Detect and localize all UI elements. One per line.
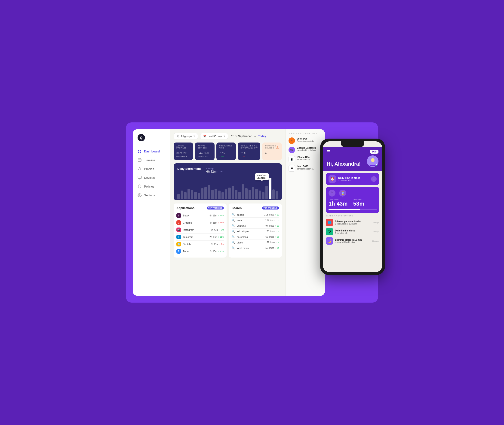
search-term: local news: [237, 247, 249, 249]
app-icon: 💎: [177, 242, 181, 246]
avatar: GC: [288, 147, 295, 153]
sidebar-item-profiles[interactable]: Profiles: [133, 165, 170, 173]
app-time: 3h 55m: [210, 221, 217, 224]
svg-rect-0: [138, 150, 139, 151]
search-header: Search Top Trending: [232, 206, 279, 210]
stat-label: Active Profiles: [177, 145, 190, 149]
search-count: 69 times: [266, 236, 274, 238]
phone-screen: SOS Hi, Alexandra!: [323, 141, 382, 272]
search-icon: 🔍: [232, 219, 235, 222]
applications-title: Applications: [177, 206, 194, 210]
sos-button[interactable]: SOS: [370, 150, 378, 154]
sidebar-item-devices[interactable]: Devices: [133, 173, 170, 182]
applications-header: Applications Top Trending: [177, 206, 224, 210]
notification-time: 5m ago: [373, 221, 379, 224]
logo-icon: Q: [137, 134, 145, 141]
alerts-title: Alerts & Notifications: [288, 133, 322, 135]
list-item: C Chrome 3h 55m ↓ 14m: [177, 219, 224, 226]
date-from: 7th of September: [230, 135, 252, 138]
daily-screentime-chart: Daily Screentime Average 4h 52m ↑ 23m: [174, 163, 282, 200]
daily-limit-notification: ⏰ Daily limit is close 5 minutes left +: [326, 173, 379, 185]
sidebar-item-dashboard[interactable]: Dashboard: [133, 147, 170, 156]
daily-limit-title: Daily limit is close: [338, 176, 360, 179]
phone-greeting: Hi, Alexandra!: [327, 161, 361, 167]
chart-bar: [242, 184, 244, 199]
alert-text: Searched for "babes": [297, 149, 316, 152]
app-change: ↑ 18m: [218, 250, 224, 252]
warning-icon: ⚠: [276, 146, 279, 149]
earlier-notifications-list: 🌐 Internet pause activated Deactivates a…: [326, 219, 379, 245]
bottom-panels: Applications Top Trending S Slack 4h 15m…: [174, 204, 282, 258]
time-spent-label: Time Spent: [328, 199, 348, 200]
main-content: All groups ▾ 📅 Last 30 days ▾ 7th of Sep…: [170, 129, 286, 296]
arrow-icon: →: [253, 135, 256, 138]
search-count: 97 times: [266, 225, 274, 227]
app-time: 2h 15m: [210, 236, 217, 238]
alerts-panel: Alerts & Notifications JD John Doe Suspi…: [286, 129, 325, 296]
period-selector[interactable]: 📅 Last 30 days ▾: [200, 133, 228, 139]
list-item: 🔍 barcelona 69 times ↑ 12: [232, 234, 279, 240]
user-icon: [137, 167, 142, 171]
app-time: 2h 11m: [211, 243, 218, 246]
search-term: google: [237, 213, 244, 216]
top-bar: All groups ▾ 📅 Last 30 days ▾ 7th of Sep…: [174, 133, 282, 139]
time-left-label: Time Left: [353, 199, 364, 200]
app-icon: Z: [177, 249, 181, 254]
search-icon: 🔍: [232, 246, 235, 249]
app-change: ↑ 23m: [218, 214, 224, 217]
chart-bar: [238, 192, 241, 199]
svg-point-15: [371, 158, 375, 162]
menu-icon[interactable]: [327, 150, 330, 153]
chart-bar: [208, 185, 210, 199]
date-nav: 7th of September → Today: [230, 135, 266, 138]
list-item: 💎 Sketch 2h 11m ↓ 7m: [177, 241, 224, 248]
notification-time: 7m ago: [373, 231, 379, 233]
online-indicator: [376, 164, 378, 166]
alert-name: John Doe: [297, 137, 314, 140]
alert-item: 📱 iPhone H64 Needs update: [288, 156, 322, 162]
search-icon: 🔍: [232, 241, 235, 244]
search-change: ↑ 8: [276, 230, 279, 232]
list-item: S Slack 4h 15m ↑ 23m: [177, 212, 224, 219]
stat-label: Productive Time: [219, 145, 233, 149]
app-change: ↑ 11m: [218, 236, 224, 238]
svg-point-12: [139, 195, 140, 196]
app-name: Slack: [183, 214, 189, 217]
search-change: ↑ 12: [275, 247, 279, 249]
app-name: Telegram: [183, 236, 193, 238]
stat-sub: ↓ 2%: [240, 155, 258, 158]
search-count: 56 times: [266, 247, 274, 249]
time-spent-block: Time Spent 1h 43m: [328, 199, 348, 207]
search-title: Search: [232, 206, 242, 210]
app-change: ↓ 7m: [219, 243, 224, 245]
list-item: 🔍 jeff bridges 75 times ↑ 8: [232, 229, 279, 234]
chart-bar: [221, 192, 224, 199]
timer-icon: ⏰: [328, 175, 336, 183]
svg-point-8: [139, 167, 140, 169]
group-selector[interactable]: All groups ▾: [174, 133, 198, 139]
app-time: 2h 10m: [210, 250, 217, 253]
sidebar-item-label: Settings: [144, 193, 155, 197]
stat-value: 79%: [219, 150, 233, 155]
phone-notch: [341, 141, 364, 147]
notification-icon: 🌐: [326, 219, 333, 226]
list-item: 🔍 biden 59 times ↑ 5: [232, 240, 279, 245]
stat-label: Tampered Devices: [265, 145, 276, 149]
add-time-button[interactable]: +: [371, 176, 377, 182]
search-change: ↑ 12: [275, 214, 279, 216]
sidebar-item-label: Devices: [144, 176, 155, 179]
alert-item: 🖥 iMac G623 Tampering alert ⚠: [288, 165, 322, 172]
sidebar-item-policies[interactable]: Policies: [133, 182, 170, 191]
list-item: Z Zoom 2h 10m ↑ 18m: [177, 248, 224, 255]
avatar: JD: [288, 137, 295, 144]
earlier-notification-item: 🛡 Daily limit is close 5 minutes left 7m…: [326, 228, 379, 235]
sidebar-item-settings[interactable]: Settings: [133, 191, 170, 199]
app-icon: ✈: [177, 235, 181, 239]
app-change: ↑ 8m: [219, 229, 224, 231]
monitor-icon: [137, 176, 142, 180]
group-icon: [177, 135, 179, 138]
device-icon: 📱: [288, 156, 295, 162]
sidebar-item-timeline[interactable]: Timeline: [133, 156, 170, 165]
chart-bar: [191, 190, 193, 199]
notification-icon: 🌙: [326, 237, 333, 245]
